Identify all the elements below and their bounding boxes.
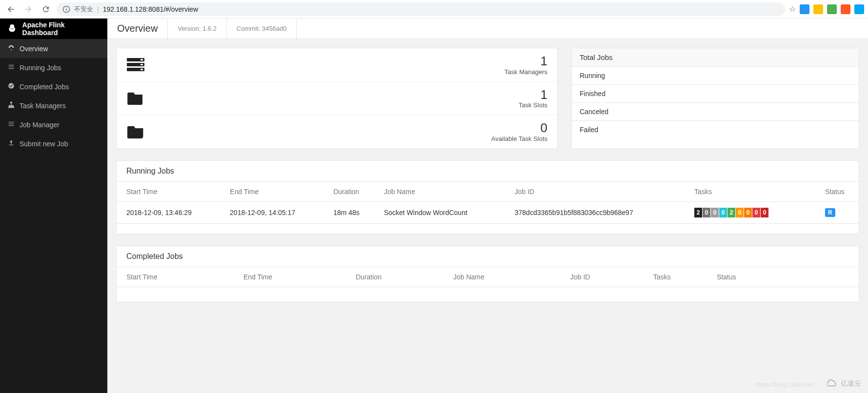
watermark: 亿速云: [827, 378, 861, 389]
table-row[interactable]: 2018-12-09, 13:46:292018-12-09, 14:05:17…: [117, 201, 859, 223]
col-start-time[interactable]: Start Time: [117, 267, 234, 287]
security-label: 不安全: [74, 5, 93, 14]
extension-icon[interactable]: [800, 4, 809, 14]
stat-label: Available Task Slots: [491, 135, 547, 142]
status-cell: R: [815, 201, 859, 223]
info-icon: [62, 5, 70, 13]
extension-icon[interactable]: [854, 4, 864, 14]
sidebar-item-completed-jobs[interactable]: Completed Jobs: [0, 77, 107, 96]
running-jobs-table: Start TimeEnd TimeDurationJob NameJob ID…: [117, 182, 859, 224]
sidebar-item-label: Overview: [20, 45, 48, 53]
sidebar-item-job-manager[interactable]: Job Manager: [0, 115, 107, 134]
browser-chrome: 不安全 | 192.168.1.128:8081/#/overview ☆: [0, 0, 868, 19]
col-duration[interactable]: Duration: [346, 267, 444, 287]
col-job-name[interactable]: Job Name: [444, 267, 561, 287]
cell: 2018-12-09, 14:05:17: [220, 201, 323, 223]
commit-label: Commit: 3456ad0: [227, 19, 297, 39]
stat-label: Task Managers: [505, 68, 547, 76]
stat-row-task-managers: 1Task Managers: [117, 48, 557, 82]
col-job-id[interactable]: Job ID: [561, 267, 644, 287]
running-jobs-title: Running Jobs: [117, 161, 859, 182]
extension-icon[interactable]: [827, 4, 837, 14]
col-start-time[interactable]: Start Time: [117, 182, 220, 202]
task-badge: 0: [703, 208, 710, 217]
sidebar-item-task-managers[interactable]: Task Managers: [0, 96, 107, 115]
total-jobs-canceled[interactable]: Canceled: [572, 103, 859, 121]
running-jobs-panel: Running Jobs Start TimeEnd TimeDurationJ…: [116, 160, 859, 234]
task-badge: 0: [744, 208, 752, 217]
folder-open-icon: [126, 124, 145, 139]
page-title: Overview: [107, 19, 168, 39]
total-jobs-panel: Total Jobs RunningFinishedCanceledFailed: [571, 48, 859, 149]
reload-button[interactable]: [39, 2, 53, 16]
col-duration[interactable]: Duration: [323, 182, 374, 202]
svg-rect-8: [141, 69, 143, 70]
col-status[interactable]: Status: [707, 267, 859, 287]
sidebar-title: Apache Flink Dashboard: [22, 21, 101, 37]
sidebar-item-overview[interactable]: Overview: [0, 39, 107, 58]
svg-rect-6: [141, 59, 143, 60]
col-tasks[interactable]: Tasks: [644, 267, 707, 287]
col-job-name[interactable]: Job Name: [374, 182, 505, 202]
col-tasks[interactable]: Tasks: [685, 182, 815, 202]
forward-button[interactable]: [21, 2, 35, 16]
topbar: Overview Version: 1.6.2 Commit: 3456ad0: [107, 19, 868, 39]
task-badge: 0: [752, 208, 760, 217]
col-status[interactable]: Status: [815, 182, 859, 202]
task-badge: 0: [761, 208, 768, 217]
version-label: Version: 1.6.2: [168, 19, 227, 39]
stat-row-available-task-slots: 0Available Task Slots: [117, 115, 557, 148]
sidebar-item-label: Completed Jobs: [20, 83, 69, 91]
sidebar: Apache Flink Dashboard OverviewRunning J…: [0, 19, 107, 393]
dashboard-icon: [8, 44, 15, 53]
main-content: Overview Version: 1.6.2 Commit: 3456ad0 …: [107, 19, 868, 393]
extension-icons: [800, 4, 864, 14]
completed-jobs-panel: Completed Jobs Start TimeEnd TimeDuratio…: [116, 246, 859, 302]
stat-value: 0: [491, 121, 547, 135]
col-end-time[interactable]: End Time: [220, 182, 323, 202]
sidebar-item-label: Submit new Job: [20, 140, 68, 148]
extension-icon[interactable]: [813, 4, 823, 14]
task-badge: 2: [727, 208, 735, 217]
sitemap-icon: [8, 101, 15, 110]
upload-icon: [8, 139, 15, 148]
list-icon: [8, 120, 15, 129]
task-badge: 0: [711, 208, 719, 217]
completed-jobs-title: Completed Jobs: [117, 246, 859, 267]
svg-rect-7: [141, 64, 143, 65]
task-badge: 0: [736, 208, 744, 217]
star-icon[interactable]: ☆: [789, 4, 796, 14]
sidebar-item-label: Running Jobs: [20, 64, 61, 72]
cell: 2018-12-09, 13:46:29: [117, 201, 220, 223]
sidebar-item-running-jobs[interactable]: Running Jobs: [0, 58, 107, 77]
watermark-url: https://blog.csdn.net/: [756, 381, 814, 388]
col-job-id[interactable]: Job ID: [505, 182, 685, 202]
total-jobs-running[interactable]: Running: [572, 67, 859, 85]
total-jobs-failed[interactable]: Failed: [572, 121, 859, 138]
list-icon: [8, 63, 15, 72]
task-badge: 0: [719, 208, 727, 217]
svg-rect-2: [66, 7, 66, 8]
total-jobs-finished[interactable]: Finished: [572, 85, 859, 103]
flink-logo-icon: [7, 23, 18, 34]
cell: 378dcd3365b91b5f883036cc9b968e97: [505, 201, 685, 223]
url-text: 192.168.1.128:8081/#/overview: [103, 5, 198, 13]
sidebar-item-submit-new-job[interactable]: Submit new Job: [0, 134, 107, 153]
sidebar-item-label: Task Managers: [20, 102, 66, 110]
stat-value: 1: [505, 54, 547, 68]
completed-jobs-table: Start TimeEnd TimeDurationJob NameJob ID…: [117, 267, 859, 287]
sidebar-item-label: Job Manager: [20, 121, 60, 129]
cell: Socket Window WordCount: [374, 201, 505, 223]
folder-icon: [126, 91, 145, 105]
back-button[interactable]: [4, 2, 18, 16]
status-badge: R: [825, 208, 835, 217]
extension-icon[interactable]: [841, 4, 850, 14]
sidebar-header[interactable]: Apache Flink Dashboard: [0, 19, 107, 39]
address-bar[interactable]: 不安全 | 192.168.1.128:8081/#/overview: [57, 2, 785, 16]
stat-value: 1: [519, 88, 547, 102]
col-end-time[interactable]: End Time: [234, 267, 346, 287]
servers-icon: [126, 58, 145, 72]
tasks-cell: 200020000: [685, 201, 815, 223]
check-circle-icon: [8, 82, 15, 91]
cell: 18m 48s: [323, 201, 374, 223]
